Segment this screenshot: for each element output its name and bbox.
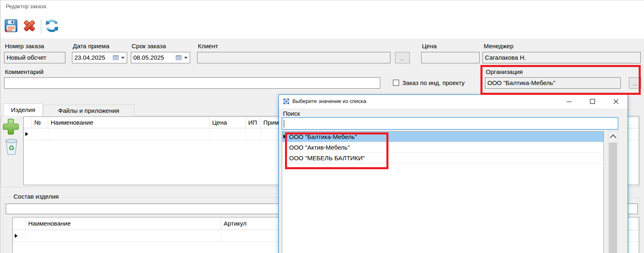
- date-received-value: 23.04.2025: [74, 54, 105, 61]
- titlebar: [0, 0, 644, 38]
- delete-product-button[interactable]: ♻: [4, 138, 19, 155]
- close-icon: [613, 99, 619, 105]
- save-button[interactable]: [4, 19, 18, 33]
- due-date-label: Срок заказа: [132, 43, 166, 49]
- col-ip: ИП: [246, 117, 261, 128]
- selector-column-header: [13, 217, 26, 230]
- date-received-picker[interactable]: 23.04.2025: [72, 52, 127, 63]
- composition-title: Состав изделия: [11, 193, 61, 200]
- tab-products[interactable]: Изделия: [3, 103, 43, 116]
- price-label: Цена: [422, 43, 437, 49]
- organization-list: ООО "Балтика-Мебель" ООО "Актив-Мебель" …: [282, 131, 604, 253]
- minimize-button[interactable]: [560, 95, 578, 108]
- minimize-icon: [566, 99, 572, 104]
- organization-field: ООО "Балтика-Мебель": [485, 77, 621, 89]
- close-button[interactable]: [607, 95, 625, 108]
- select-value-dialog: Выберите значение из списка Поиск ООО "Б…: [278, 94, 628, 253]
- dropdown-arrow-icon[interactable]: [184, 57, 188, 59]
- maximize-icon: [590, 99, 595, 104]
- comment-input[interactable]: [4, 77, 380, 89]
- price-field: [421, 52, 480, 63]
- scroll-up-button[interactable]: [608, 132, 617, 142]
- list-scrollbar[interactable]: [608, 131, 618, 253]
- organization-browse-button[interactable]: ...: [629, 77, 641, 89]
- selector-column-header: [24, 117, 32, 128]
- order-number-label: Номер заказа: [5, 43, 44, 49]
- refresh-icon: [44, 18, 60, 34]
- window-title: Редактор заказа: [6, 3, 46, 9]
- row-marker-icon: [283, 134, 286, 139]
- col-number: №: [32, 117, 48, 128]
- text-caret: [284, 120, 284, 128]
- refresh-button[interactable]: [44, 18, 60, 34]
- list-item-label: ООО "МЕБЕЛЬ БАЛТИКИ": [289, 154, 365, 161]
- due-date-picker[interactable]: 08.05.2025: [131, 52, 190, 63]
- list-item[interactable]: ООО "МЕБЕЛЬ БАЛТИКИ": [282, 153, 604, 163]
- col-name: Наименование: [26, 217, 221, 230]
- due-date-value: 08.05.2025: [133, 54, 164, 61]
- recycle-bin-icon: ♻: [4, 138, 19, 155]
- client-browse-button[interactable]: ...: [395, 52, 410, 63]
- manager-label: Менеджер: [484, 43, 514, 49]
- dialog-title: Выберите значение из списка: [292, 98, 366, 104]
- list-item-selected[interactable]: ООО "Балтика-Мебель": [282, 132, 604, 142]
- calendar-icon: [113, 55, 119, 60]
- list-item[interactable]: ООО "Актив-Мебель": [282, 142, 604, 153]
- search-input[interactable]: [282, 117, 618, 130]
- comment-label: Комментарий: [5, 68, 43, 75]
- plus-icon: [2, 118, 20, 135]
- individual-project-label: Заказ по инд. проекту: [402, 79, 464, 86]
- dialog-grid-icon: [283, 98, 289, 105]
- save-icon: [4, 19, 18, 33]
- order-editor-window: Редактор заказа: [0, 0, 644, 253]
- search-label: Поиск: [283, 110, 300, 117]
- row-marker-icon: [15, 234, 18, 238]
- client-label: Клиент: [198, 43, 218, 49]
- dropdown-arrow-icon[interactable]: [121, 57, 125, 59]
- list-item-label: ООО "Актив-Мебель": [289, 144, 350, 151]
- add-product-button[interactable]: [2, 118, 20, 135]
- list-item-label: ООО "Балтика-Мебель": [289, 133, 357, 140]
- organization-label: Организация: [486, 68, 523, 75]
- client-field: [197, 52, 390, 63]
- cancel-button[interactable]: [22, 19, 37, 33]
- order-number-field: Новый обсчет: [4, 52, 65, 63]
- scrollbar-thumb[interactable]: [609, 143, 617, 253]
- row-marker-icon: [25, 132, 28, 136]
- calendar-icon: [176, 55, 182, 60]
- individual-project-checkbox[interactable]: [393, 80, 399, 86]
- tab-files[interactable]: Файлы и приложения: [43, 105, 135, 116]
- svg-text:♻: ♻: [8, 144, 14, 152]
- col-name: Наименование: [48, 117, 210, 128]
- date-received-label: Дата приема: [73, 43, 109, 49]
- maximize-button[interactable]: [583, 95, 601, 108]
- manager-field: Сагалакова Н.: [482, 52, 641, 63]
- chevron-up-icon: [610, 134, 616, 141]
- col-price: Цена: [210, 117, 246, 128]
- toolbar-separator: [41, 20, 41, 34]
- cancel-x-icon: [22, 19, 37, 33]
